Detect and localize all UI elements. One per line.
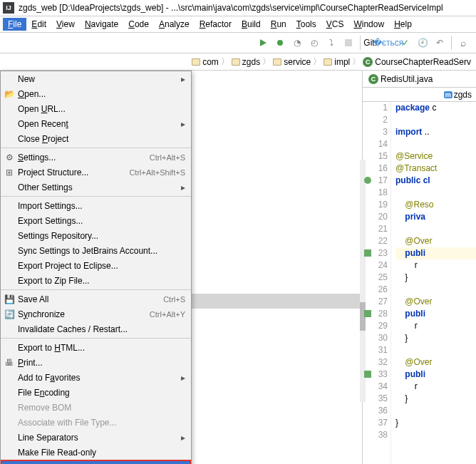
code-line[interactable]: publi	[395, 247, 476, 259]
revert-icon[interactable]: ↶	[434, 37, 445, 48]
profile-icon[interactable]: ◴	[309, 37, 320, 48]
code-line[interactable]: }	[395, 332, 476, 344]
menu-item-remove-bom: Remove BOM	[1, 400, 191, 415]
menu-item-synchronize[interactable]: 🔄SynchronizeCtrl+Alt+Y	[1, 306, 191, 321]
menu-item-sync-settings-to-jetbrains-account[interactable]: Sync Settings to JetBrains Account...	[1, 243, 191, 258]
over-gutter-icon[interactable]	[364, 371, 371, 378]
line-number: 32	[363, 356, 388, 368]
menu-item-new[interactable]: New▸	[1, 71, 191, 86]
menu-item-power-save-mode[interactable]: Power Save Mode	[1, 460, 191, 464]
menu-item-settings-repository[interactable]: Settings Repository...	[1, 228, 191, 243]
code-line[interactable]	[395, 405, 476, 417]
code-line[interactable]: }	[395, 393, 476, 405]
menu-item-label: Line Separators	[18, 433, 78, 443]
menu-run[interactable]: Run	[266, 18, 291, 31]
code-line[interactable]: @Reso	[395, 199, 476, 211]
folder-icon	[232, 58, 240, 66]
code-line[interactable]: @Over	[395, 296, 476, 308]
code-line[interactable]: r	[395, 320, 476, 332]
code-line[interactable]: @Transact	[395, 163, 476, 175]
code-line[interactable]: priva	[395, 211, 476, 223]
menu-analyze[interactable]: Analyze	[154, 18, 195, 31]
code-lines[interactable]: package cimport ..@Service@Transactpubli…	[391, 102, 476, 464]
code-line[interactable]: package c	[395, 102, 476, 114]
menu-build[interactable]: Build	[237, 18, 266, 31]
code-line[interactable]	[395, 138, 476, 150]
code-line[interactable]: @Service	[395, 150, 476, 163]
menu-item-export-project-to-eclipse[interactable]: Export Project to Eclipse...	[1, 258, 191, 273]
attach-icon[interactable]: ⤵	[326, 37, 337, 48]
menu-window[interactable]: Window	[348, 18, 389, 31]
breadcrumb-item[interactable]: com	[192, 57, 219, 67]
menu-item-import-settings[interactable]: Import Settings...	[1, 198, 191, 213]
code-line[interactable]: import ..	[395, 126, 476, 138]
editor-tabs[interactable]: C RedisUtil.java	[363, 71, 476, 88]
menu-item-open-recent[interactable]: Open Recent▸	[1, 116, 191, 131]
menu-item-other-settings[interactable]: Other Settings▸	[1, 180, 191, 195]
menu-code[interactable]: Code	[123, 18, 154, 31]
menu-item-open-url[interactable]: Open URL...	[1, 101, 191, 116]
code-line[interactable]: @Over	[395, 356, 476, 368]
code-line[interactable]: r	[395, 259, 476, 272]
menu-item-open[interactable]: 📂Open...	[1, 86, 191, 101]
menu-item-label: Export to Zip File...	[18, 276, 90, 286]
menu-edit[interactable]: Edit	[26, 18, 51, 31]
breadcrumb-item[interactable]: impl	[324, 57, 350, 67]
run-icon[interactable]	[257, 37, 269, 48]
code-line[interactable]	[395, 344, 476, 356]
menu-item-close-project[interactable]: Close Project	[1, 131, 191, 146]
menu-navigate[interactable]: Navigate	[80, 18, 123, 31]
menu-item-export-settings[interactable]: Export Settings...	[1, 213, 191, 228]
menu-tools[interactable]: Tools	[291, 18, 321, 31]
history-icon[interactable]: 🕘	[417, 37, 428, 48]
search-icon[interactable]: ⌕	[457, 37, 469, 48]
menu-view[interactable]: View	[51, 18, 80, 31]
menu-file[interactable]: File	[3, 18, 26, 31]
code-area[interactable]: 1231415161718192021222324252627282930313…	[363, 102, 476, 464]
menu-vcs[interactable]: VCS	[321, 18, 349, 31]
code-line[interactable]: @Over	[395, 235, 476, 247]
menu-item-print[interactable]: 🖶Print...	[1, 355, 191, 370]
menu-item-project-structure[interactable]: ⊞Project Structure...Ctrl+Alt+Shift+S	[1, 165, 191, 180]
impl-gutter-icon[interactable]	[364, 177, 371, 184]
line-number: 15	[363, 150, 388, 163]
menu-item-invalidate-caches-restart[interactable]: Invalidate Caches / Restart...	[1, 321, 191, 336]
menu-item-export-to-zip-file[interactable]: Export to Zip File...	[1, 273, 191, 288]
over-gutter-icon[interactable]	[364, 249, 371, 257]
line-number: 35	[363, 393, 388, 405]
update-icon[interactable]: �ється	[383, 37, 394, 48]
submenu-arrow-icon: ▸	[181, 373, 185, 383]
code-line[interactable]: public cl	[395, 175, 476, 187]
code-line[interactable]	[395, 223, 476, 235]
menu-item-save-all[interactable]: 💾Save AllCtrl+S	[1, 292, 191, 306]
menu-item-add-to-favorites[interactable]: Add to Favorites▸	[1, 370, 191, 385]
menu-item-label: Remove BOM	[18, 403, 71, 413]
menu-item-label: Other Settings	[18, 182, 73, 192]
menu-item-make-file-read-only[interactable]: Make File Read-only	[1, 445, 191, 460]
breadcrumb-class[interactable]: CCourseChapterReadServ	[363, 57, 471, 67]
menu-item-export-to-html[interactable]: Export to HTML...	[1, 340, 191, 355]
code-line[interactable]: }	[395, 417, 476, 429]
menu-help[interactable]: Help	[389, 18, 417, 31]
coverage-icon[interactable]: ◔	[291, 37, 303, 48]
menu-item-line-separators[interactable]: Line Separators▸	[1, 430, 191, 445]
code-line[interactable]	[395, 187, 476, 199]
code-line[interactable]	[395, 284, 476, 296]
commit-icon[interactable]: ✓	[400, 37, 411, 48]
menu-refactor[interactable]: Refactor	[195, 18, 237, 31]
code-line[interactable]: publi	[395, 308, 476, 320]
code-line[interactable]: }	[395, 272, 476, 284]
code-line[interactable]: publi	[395, 368, 476, 381]
menu-item-label: Import Settings...	[18, 201, 83, 211]
menu-item-file-encoding[interactable]: File Encoding	[1, 385, 191, 400]
code-line[interactable]: r	[395, 381, 476, 393]
breadcrumb-item[interactable]: zgds	[232, 57, 260, 67]
chevron-icon: 〉	[262, 56, 271, 68]
menu-item-settings[interactable]: ⚙Settings...Ctrl+Alt+S	[1, 150, 191, 165]
debug-icon[interactable]	[274, 37, 286, 48]
over-gutter-icon[interactable]	[364, 310, 371, 317]
stop-icon[interactable]	[343, 37, 354, 48]
code-line[interactable]	[395, 429, 476, 441]
breadcrumb-item[interactable]: service	[273, 57, 311, 67]
code-line[interactable]	[395, 114, 476, 126]
